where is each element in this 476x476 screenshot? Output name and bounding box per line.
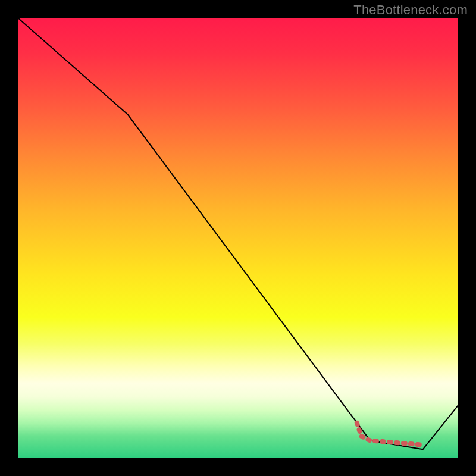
chart-accent-line: [357, 423, 423, 445]
watermark-text: TheBottleneck.com: [353, 2, 468, 18]
chart-frame: TheBottleneck.com: [0, 0, 476, 476]
chart-main-line: [18, 18, 458, 449]
chart-overlay: [18, 18, 458, 458]
